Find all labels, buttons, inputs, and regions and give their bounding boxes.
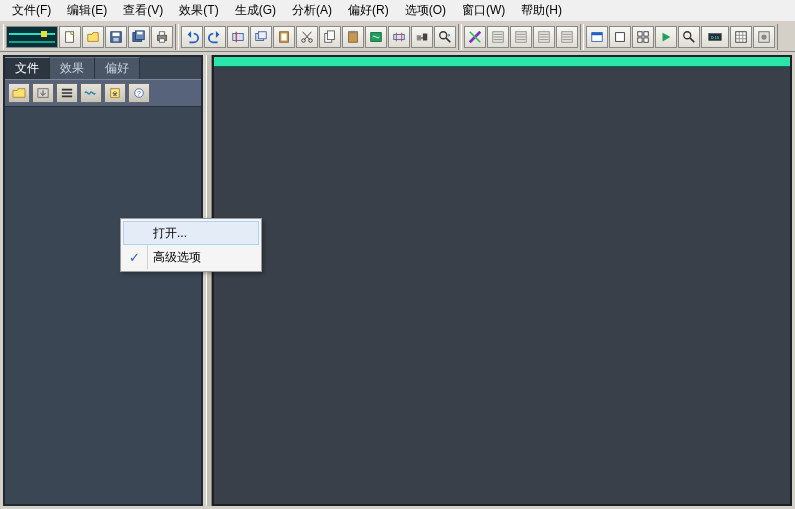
side-panel: 文件 效果 偏好 ※ ?	[3, 55, 203, 506]
context-advanced-label: 高级选项	[153, 249, 201, 266]
svg-line-42	[690, 37, 694, 41]
spectrum-button[interactable]	[464, 26, 486, 48]
copy-region-button[interactable]	[250, 26, 272, 48]
context-open-item[interactable]: 打开...	[123, 221, 259, 245]
undo-button[interactable]	[181, 26, 203, 48]
svg-point-41	[684, 31, 691, 38]
main-area: 文件 效果 偏好 ※ ?	[0, 52, 795, 509]
svg-rect-37	[638, 31, 642, 35]
save-all-button[interactable]	[128, 26, 150, 48]
svg-rect-2	[113, 32, 120, 36]
svg-text:?: ?	[137, 90, 141, 97]
copy-button[interactable]	[319, 26, 341, 48]
find-button[interactable]	[678, 26, 700, 48]
side-filter-button[interactable]: ※	[104, 83, 126, 103]
svg-rect-8	[159, 31, 164, 35]
svg-rect-6	[137, 31, 142, 34]
menu-file[interactable]: 文件(F)	[4, 0, 59, 21]
svg-rect-35	[592, 32, 603, 35]
toolbar-group-analyze	[461, 24, 581, 50]
side-tab-effects[interactable]: 效果	[50, 57, 95, 79]
settings-button[interactable]	[753, 26, 775, 48]
convert-button[interactable]	[411, 26, 433, 48]
svg-rect-38	[644, 31, 648, 35]
cut-button[interactable]	[296, 26, 318, 48]
main-toolbar: 0:15	[0, 22, 795, 52]
timeline-ruler[interactable]	[214, 57, 790, 67]
check-icon: ✓	[129, 250, 140, 265]
toolbar-group-file	[3, 24, 176, 50]
svg-rect-40	[644, 37, 648, 41]
paste-region-button[interactable]	[273, 26, 295, 48]
menu-preferences[interactable]: 偏好(R)	[340, 0, 397, 21]
side-tab-files[interactable]: 文件	[5, 57, 50, 79]
svg-text:0:15: 0:15	[711, 35, 720, 40]
menu-analyze[interactable]: 分析(A)	[284, 0, 340, 21]
save-button[interactable]	[105, 26, 127, 48]
menubar: 文件(F) 编辑(E) 查看(V) 效果(T) 生成(G) 分析(A) 偏好(R…	[0, 0, 795, 22]
svg-rect-26	[417, 35, 421, 40]
redo-button[interactable]	[204, 26, 226, 48]
side-toolbar: ※ ?	[5, 79, 201, 107]
grid-button[interactable]	[730, 26, 752, 48]
analyze-4-button[interactable]	[556, 26, 578, 48]
cut-region-button[interactable]	[227, 26, 249, 48]
svg-rect-27	[423, 33, 427, 40]
open-button[interactable]	[82, 26, 104, 48]
svg-rect-9	[159, 38, 164, 42]
play-button[interactable]	[655, 26, 677, 48]
menu-window[interactable]: 窗口(W)	[454, 0, 513, 21]
svg-rect-10	[233, 33, 244, 40]
svg-rect-36	[616, 32, 625, 41]
svg-rect-21	[350, 30, 355, 33]
side-wave-button[interactable]	[80, 83, 102, 103]
trim-button[interactable]	[388, 26, 410, 48]
svg-rect-45	[736, 31, 747, 42]
svg-text:※: ※	[112, 90, 118, 97]
menu-options[interactable]: 选项(O)	[397, 0, 454, 21]
svg-point-47	[761, 34, 766, 39]
svg-rect-23	[394, 34, 405, 39]
menu-generate[interactable]: 生成(G)	[227, 0, 284, 21]
svg-rect-19	[327, 30, 334, 39]
menu-effects[interactable]: 效果(T)	[171, 0, 226, 21]
analyze-2-button[interactable]	[510, 26, 532, 48]
side-help-button[interactable]: ?	[128, 83, 150, 103]
workspace	[212, 55, 792, 506]
analyze-3-button[interactable]	[533, 26, 555, 48]
context-menu: 打开... ✓ 高级选项	[120, 218, 262, 272]
menu-view[interactable]: 查看(V)	[115, 0, 171, 21]
toolbar-group-edit	[178, 24, 459, 50]
workspace-canvas[interactable]	[214, 67, 790, 504]
time-display-button[interactable]: 0:15	[701, 26, 729, 48]
toolbar-group-view: 0:15	[583, 24, 778, 50]
side-tab-prefs[interactable]: 偏好	[95, 57, 140, 79]
analyze-1-button[interactable]	[487, 26, 509, 48]
context-advanced-item[interactable]: ✓ 高级选项	[123, 245, 259, 269]
svg-rect-39	[638, 37, 642, 41]
zoom-selection-button[interactable]	[434, 26, 456, 48]
wave-preview-icon[interactable]	[6, 26, 58, 48]
side-file-list[interactable]	[5, 107, 201, 504]
context-open-label: 打开...	[153, 225, 187, 242]
new-button[interactable]	[59, 26, 81, 48]
paste-button[interactable]	[342, 26, 364, 48]
side-open-button[interactable]	[8, 83, 30, 103]
menu-edit[interactable]: 编辑(E)	[59, 0, 115, 21]
side-import-button[interactable]	[32, 83, 54, 103]
window-tile-button[interactable]	[632, 26, 654, 48]
window-single-button[interactable]	[609, 26, 631, 48]
svg-point-28	[440, 31, 447, 38]
svg-line-29	[446, 37, 450, 41]
side-tabs: 文件 效果 偏好	[5, 57, 201, 79]
window-list-button[interactable]	[586, 26, 608, 48]
mix-paste-button[interactable]	[365, 26, 387, 48]
svg-rect-15	[281, 33, 286, 40]
print-button[interactable]	[151, 26, 173, 48]
side-list-button[interactable]	[56, 83, 78, 103]
svg-rect-13	[258, 31, 266, 38]
menu-help[interactable]: 帮助(H)	[513, 0, 570, 21]
svg-rect-3	[113, 37, 118, 41]
